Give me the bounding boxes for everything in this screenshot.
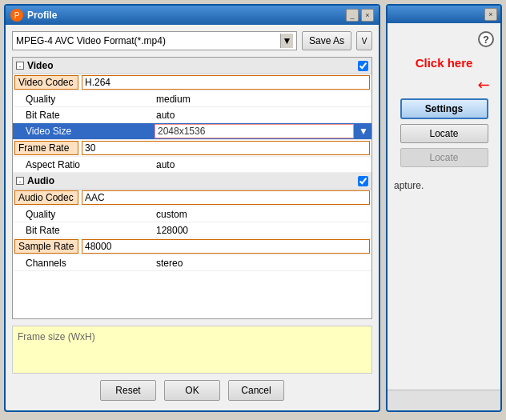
audio-codec-label: Audio Codec	[14, 190, 78, 205]
audio-section-header: - Audio	[13, 173, 371, 190]
note-text: Frame size (WxH)	[18, 331, 95, 342]
capture-text: apture.	[394, 180, 494, 191]
table-row[interactable]: Video Size 2048x1536 ▼	[13, 123, 371, 140]
audio-quality-value: custom	[153, 207, 371, 222]
table-row: Bit Rate 128000	[13, 222, 371, 238]
table-row: Sample Rate 48000	[13, 238, 371, 255]
table-row: Bit Rate auto	[13, 107, 371, 123]
ok-button[interactable]: OK	[164, 380, 220, 401]
table-row: Audio Codec AAC	[13, 190, 371, 206]
locate-button-1[interactable]: Locate	[400, 124, 488, 143]
profile-window: P Profile _ × MPEG-4 AVC Video Format(*.…	[4, 4, 380, 412]
frame-rate-label: Frame Rate	[14, 141, 78, 155]
sample-rate-label: Sample Rate	[14, 239, 78, 254]
audio-bit-rate-label: Bit Rate	[13, 223, 153, 238]
channels-value: stereo	[153, 256, 371, 270]
format-select[interactable]: MPEG-4 AVC Video Format(*.mp4) ▼	[12, 31, 297, 50]
video-codec-value: H.264	[82, 75, 370, 90]
video-section-header: - Video	[13, 58, 371, 74]
video-size-value: 2048x1536	[155, 124, 354, 138]
window-title: Profile	[27, 10, 57, 21]
video-codec-label: Video Codec	[14, 75, 78, 90]
quality-label: Quality	[13, 92, 153, 106]
audio-section-label: Audio	[27, 175, 54, 186]
close-button[interactable]: ×	[361, 9, 374, 22]
properties-table: - Video Video Codec H.264 Quality medium…	[12, 57, 372, 319]
title-controls: _ ×	[346, 9, 374, 22]
right-title-bar: ×	[388, 6, 500, 23]
table-row: Video Codec H.264	[13, 74, 371, 91]
format-select-text: MPEG-4 AVC Video Format(*.mp4)	[16, 35, 166, 46]
quality-value: medium	[153, 92, 371, 106]
right-close-button[interactable]: ×	[484, 8, 497, 21]
save-as-button[interactable]: Save As	[302, 31, 351, 50]
aspect-ratio-value: auto	[153, 158, 371, 172]
dropdown-arrow-icon: ▼	[280, 34, 293, 48]
title-bar: P Profile _ ×	[6, 6, 379, 25]
sample-rate-value: 48000	[82, 239, 370, 254]
video-section-checkbox[interactable]	[358, 61, 368, 71]
video-section-label: Video	[27, 60, 53, 71]
frame-rate-value: 30	[82, 141, 370, 155]
channels-label: Channels	[13, 256, 153, 270]
audio-collapse-icon[interactable]: -	[16, 177, 24, 185]
reset-button[interactable]: Reset	[100, 380, 156, 401]
bottom-buttons: Reset OK Cancel	[12, 380, 372, 401]
help-icon[interactable]: ?	[478, 31, 494, 47]
bit-rate-value: auto	[153, 108, 371, 122]
note-area: Frame size (WxH)	[12, 326, 372, 374]
minimize-button[interactable]: _	[346, 9, 359, 22]
profile-icon: P	[10, 9, 23, 22]
audio-quality-label: Quality	[13, 207, 153, 222]
audio-codec-value: AAC	[82, 190, 370, 205]
settings-button[interactable]: Settings	[400, 98, 488, 119]
title-bar-left: P Profile	[10, 9, 57, 22]
locate-button-2: Locate	[400, 148, 488, 167]
table-row: Quality medium	[13, 91, 371, 107]
right-content: ? Click here ↙ Settings Locate Locate ap…	[388, 23, 500, 199]
aspect-ratio-label: Aspect Ratio	[13, 158, 153, 172]
video-size-label: Video Size	[13, 124, 153, 138]
right-bottom-bar	[388, 390, 500, 410]
video-size-dropdown-icon[interactable]: ▼	[355, 126, 371, 137]
click-here-text: Click here	[416, 56, 473, 70]
toolbar: MPEG-4 AVC Video Format(*.mp4) ▼ Save As…	[12, 31, 372, 50]
video-collapse-icon[interactable]: -	[16, 62, 24, 70]
table-row: Frame Rate 30	[13, 140, 371, 157]
v-button[interactable]: V	[356, 31, 372, 50]
window-content: MPEG-4 AVC Video Format(*.mp4) ▼ Save As…	[6, 25, 379, 407]
bit-rate-label: Bit Rate	[13, 108, 153, 122]
cancel-button[interactable]: Cancel	[228, 380, 284, 401]
table-row: Channels stereo	[13, 255, 371, 271]
table-row: Aspect Ratio auto	[13, 157, 371, 173]
arrow-container: ↙	[394, 76, 494, 94]
table-row: Quality custom	[13, 206, 371, 222]
audio-section-checkbox[interactable]	[358, 176, 368, 186]
audio-bit-rate-value: 128000	[153, 223, 371, 238]
down-right-arrow-icon: ↙	[473, 74, 494, 95]
right-panel: × ? Click here ↙ Settings Locate Locate …	[386, 4, 502, 412]
